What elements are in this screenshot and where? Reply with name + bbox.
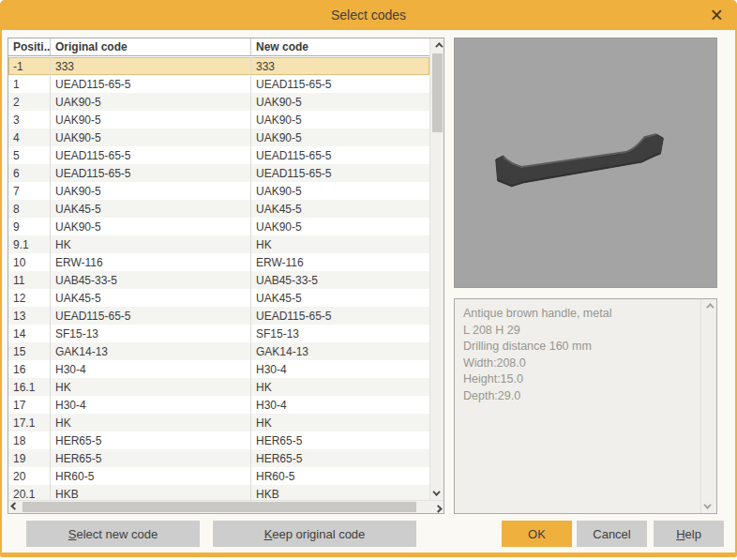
description-line: Width:208.0 [463, 356, 692, 372]
cell-pos: 20 [8, 467, 51, 485]
table-row[interactable]: 9UAK90-5UAK90-5 [8, 218, 429, 235]
cell-orig: UEAD115-65-5 [51, 146, 251, 164]
table-row[interactable]: 3UAK90-5UAK90-5 [8, 111, 429, 129]
table-row[interactable]: 6UEAD115-65-5UEAD115-65-5 [8, 164, 429, 182]
cell-orig: ERW-116 [51, 253, 251, 271]
scroll-left-icon[interactable] [8, 501, 23, 514]
preview-viewport[interactable] [454, 38, 717, 288]
cell-orig: UAK90-5 [51, 93, 251, 111]
cell-pos: 3 [8, 111, 51, 129]
cell-new: HK [251, 378, 429, 396]
cell-orig: UEAD115-65-5 [51, 307, 251, 325]
cell-pos: 14 [8, 325, 51, 342]
scroll-down-icon[interactable] [701, 500, 716, 513]
cell-new: UAK90-5 [251, 93, 429, 111]
cell-new: UAK90-5 [251, 182, 429, 200]
help-button[interactable]: Help [654, 521, 724, 547]
description-line: Drilling distance 160 mm [463, 339, 692, 356]
table-row[interactable]: 8UAK45-5UAK45-5 [8, 200, 429, 218]
cell-orig: HER65-5 [51, 431, 251, 449]
column-header-new-code[interactable]: New code [251, 38, 429, 55]
table-row[interactable]: 19HER65-5HER65-5 [8, 449, 429, 467]
cell-orig: HK [51, 414, 251, 431]
scroll-down-icon[interactable] [430, 487, 444, 500]
table-row[interactable]: 18HER65-5HER65-5 [8, 431, 429, 449]
cell-pos: 19 [8, 449, 51, 467]
cell-pos: 16 [8, 360, 51, 378]
cell-pos: 17.1 [8, 414, 51, 431]
scroll-up-icon[interactable] [701, 299, 716, 312]
cell-new: SF15-13 [251, 325, 429, 342]
table-row[interactable]: 9.1HKHK [8, 235, 429, 253]
cell-new: UAK45-5 [251, 289, 429, 307]
cell-new: UAK90-5 [251, 218, 429, 235]
close-icon[interactable]: × [711, 5, 723, 26]
scroll-right-icon[interactable] [429, 501, 444, 514]
cell-pos: 6 [8, 164, 51, 182]
cell-orig: UAB45-33-5 [51, 271, 251, 289]
table-row[interactable]: 2UAK90-5UAK90-5 [8, 93, 429, 111]
cell-new: GAK14-13 [251, 342, 429, 360]
table-row[interactable]: 12UAK45-5UAK45-5 [8, 289, 429, 307]
table-row[interactable]: -1333333 [8, 57, 429, 75]
table-row[interactable]: 5UEAD115-65-5UEAD115-65-5 [8, 146, 429, 164]
table-row[interactable]: 10ERW-116ERW-116 [8, 253, 429, 271]
cancel-button[interactable]: Cancel [577, 521, 647, 547]
cell-orig: HKB [51, 485, 251, 501]
vertical-scrollbar[interactable] [429, 38, 444, 500]
cell-new: UAK90-5 [251, 111, 429, 129]
vertical-scroll-thumb[interactable] [432, 53, 443, 132]
cell-pos: 18 [8, 431, 51, 449]
table-row[interactable]: 15GAK14-13GAK14-13 [8, 342, 429, 360]
cell-new: UEAD115-65-5 [251, 307, 429, 325]
cell-orig: UAK45-5 [51, 289, 251, 307]
keep-original-code-button[interactable]: Keep original code [213, 521, 416, 547]
cell-new: HKB [251, 485, 429, 501]
cell-new: UAK90-5 [251, 129, 429, 146]
column-header-position[interactable]: Positi... [8, 38, 51, 55]
table-row[interactable]: 16.1HKHK [8, 378, 429, 396]
cell-pos: 16.1 [8, 378, 51, 396]
description-scrollbar[interactable] [700, 299, 716, 513]
cell-new: 333 [251, 57, 429, 75]
table-row[interactable]: 20.1HKBHKB [8, 485, 429, 501]
cell-new: HK [251, 235, 429, 253]
cell-new: HER65-5 [251, 449, 429, 467]
ok-button[interactable]: OK [502, 521, 572, 547]
cell-orig: H30-4 [51, 360, 251, 378]
table-row[interactable]: 14SF15-13SF15-13 [8, 325, 429, 342]
cell-new: HK [251, 414, 429, 431]
table-row[interactable]: 4UAK90-5UAK90-5 [8, 129, 429, 146]
dialog-titlebar[interactable]: Select codes × [0, 0, 737, 30]
table-row[interactable]: 11UAB45-33-5UAB45-33-5 [8, 271, 429, 289]
table-row[interactable]: 1UEAD115-65-5UEAD115-65-5 [8, 75, 429, 93]
cell-pos: 15 [8, 342, 51, 360]
codes-table: Positi... Original code New code -133333… [8, 38, 444, 514]
cell-orig: HK [51, 378, 251, 396]
cell-pos: 12 [8, 289, 51, 307]
cell-orig: HER65-5 [51, 449, 251, 467]
scroll-up-icon[interactable] [430, 38, 444, 52]
cell-pos: 5 [8, 146, 51, 164]
cell-orig: GAK14-13 [51, 342, 251, 360]
cell-new: UEAD115-65-5 [251, 146, 429, 164]
table-row[interactable]: 7UAK90-5UAK90-5 [8, 182, 429, 200]
cell-pos: 13 [8, 307, 51, 325]
select-new-code-button[interactable]: Select new code [26, 521, 200, 547]
table-row[interactable]: 20HR60-5HR60-5 [8, 467, 429, 485]
cell-new: H30-4 [251, 396, 429, 414]
table-row[interactable]: 17.1HKHK [8, 414, 429, 431]
cell-new: UAK45-5 [251, 200, 429, 218]
cell-orig: HR60-5 [51, 467, 251, 485]
table-row[interactable]: 13UEAD115-65-5UEAD115-65-5 [8, 307, 429, 325]
cell-orig: UAK90-5 [51, 218, 251, 235]
horizontal-scroll-thumb[interactable] [23, 502, 416, 512]
cell-orig: UAK90-5 [51, 111, 251, 129]
table-body: -13333331UEAD115-65-5UEAD115-65-52UAK90-… [8, 57, 429, 501]
cell-orig: UEAD115-65-5 [51, 164, 251, 182]
cell-new: HR60-5 [251, 467, 429, 485]
table-row[interactable]: 16H30-4H30-4 [8, 360, 429, 378]
horizontal-scrollbar[interactable] [8, 500, 444, 513]
column-header-original-code[interactable]: Original code [51, 38, 251, 55]
table-row[interactable]: 17H30-4H30-4 [8, 396, 429, 414]
